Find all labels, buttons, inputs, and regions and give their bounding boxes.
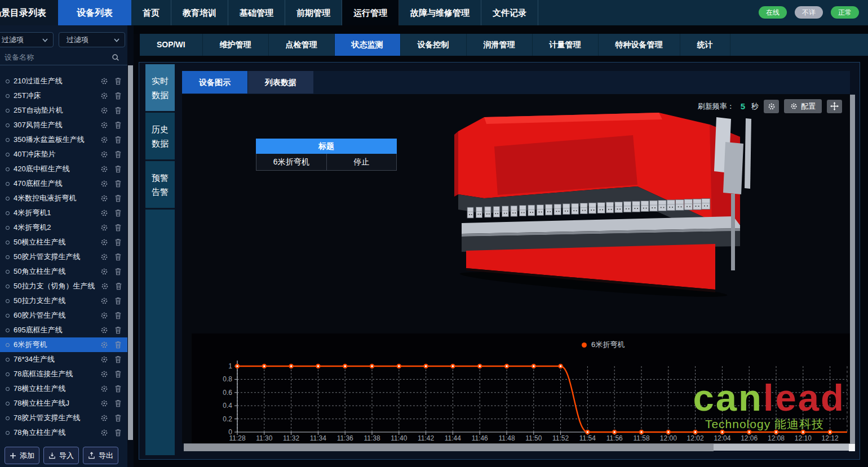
gear-icon[interactable]	[100, 326, 108, 334]
export-button[interactable]: 导出	[83, 447, 118, 464]
gear-icon[interactable]	[100, 297, 108, 305]
trash-icon[interactable]	[114, 209, 122, 217]
device-list-item[interactable]: 78底框连接生产线	[0, 367, 127, 381]
data-mode-tab[interactable]: 预警告警	[145, 161, 175, 210]
horizontal-scrollbar-thumb[interactable]	[184, 444, 714, 451]
gear-icon[interactable]	[100, 194, 108, 202]
gear-icon[interactable]	[100, 121, 108, 129]
trash-icon[interactable]	[114, 370, 122, 378]
trash-icon[interactable]	[114, 414, 122, 422]
sidebar-scrollbar-thumb[interactable]	[128, 65, 133, 440]
menu-item[interactable]: 前期管理	[285, 0, 342, 25]
gear-icon[interactable]	[100, 268, 108, 275]
menu-item[interactable]: 首页	[131, 0, 171, 25]
view-tab[interactable]: 列表数据	[248, 71, 313, 94]
module-tab[interactable]: 润滑管理	[467, 34, 533, 56]
device-list-item[interactable]: 50胶片管支撑生产线	[0, 250, 127, 264]
device-list-item[interactable]: 470底框生产线	[0, 176, 127, 191]
device-list-item[interactable]: 25T冲床	[0, 88, 127, 103]
gear-icon[interactable]	[100, 355, 108, 363]
device-list-item[interactable]: 78横立柱生产线	[0, 381, 127, 396]
module-tab[interactable]: 计量管理	[533, 34, 599, 56]
filter-select-2[interactable]: 过滤项	[59, 32, 125, 47]
gear-icon[interactable]	[100, 370, 108, 378]
trash-icon[interactable]	[114, 224, 122, 232]
horizontal-scrollbar[interactable]	[184, 443, 850, 451]
trash-icon[interactable]	[114, 121, 122, 129]
gear-icon[interactable]	[100, 399, 108, 407]
gear-icon[interactable]	[100, 165, 108, 173]
status-badge[interactable]: 不详	[795, 6, 823, 19]
status-badge[interactable]: 正常	[831, 6, 859, 19]
menu-item[interactable]: 教育培训	[171, 0, 228, 25]
gear-icon[interactable]	[100, 150, 108, 158]
gear-icon[interactable]	[100, 238, 108, 246]
trash-icon[interactable]	[114, 429, 122, 437]
trash-icon[interactable]	[114, 92, 122, 100]
device-list-item[interactable]: 78角立柱生产线	[0, 425, 127, 440]
module-tab[interactable]: SOP/WI	[140, 34, 203, 56]
module-tab[interactable]: 点检管理	[269, 34, 335, 56]
trash-icon[interactable]	[114, 136, 122, 144]
trash-icon[interactable]	[114, 106, 122, 114]
trash-icon[interactable]	[114, 326, 122, 334]
device-list-item[interactable]: 50横立柱生产线	[0, 235, 127, 250]
menu-item[interactable]: 故障与维修管理	[399, 0, 481, 25]
device-list-item[interactable]: 50拉力支（切角）生产线	[0, 279, 127, 293]
device-list-item[interactable]: 50拉力支生产线	[0, 293, 127, 308]
view-tab[interactable]: 设备图示	[182, 71, 247, 94]
device-list-item[interactable]: 76*34生产线	[0, 352, 127, 367]
sidebar-scrollbar[interactable]	[127, 25, 134, 467]
device-list-item[interactable]: 50角立柱生产线	[0, 264, 127, 279]
data-mode-tab[interactable]: 历史数据	[145, 113, 175, 161]
trash-icon[interactable]	[114, 180, 122, 188]
device-list-item[interactable]: 307风筒生产线	[0, 118, 127, 132]
menu-item[interactable]: 文件记录	[481, 0, 538, 25]
trash-icon[interactable]	[115, 282, 122, 290]
tab-scene-list[interactable]: 场景目录列表	[0, 0, 58, 25]
gear-icon[interactable]	[100, 180, 108, 188]
gear-icon[interactable]	[100, 253, 108, 261]
gear-icon[interactable]	[100, 429, 108, 437]
device-list-item[interactable]: 4米数控电液折弯机	[0, 191, 127, 206]
chart-legend[interactable]: 6米折弯机	[582, 340, 625, 350]
device-list-item[interactable]: 350播水盆盖板生产线	[0, 132, 127, 147]
module-tab[interactable]: 维护管理	[203, 34, 269, 56]
status-badge[interactable]: 在线	[759, 6, 787, 19]
menu-item[interactable]: 基础管理	[228, 0, 285, 25]
module-tab[interactable]: 状态监测	[335, 34, 401, 56]
trash-icon[interactable]	[114, 150, 122, 158]
trash-icon[interactable]	[114, 268, 122, 275]
configure-button[interactable]: 配置	[784, 99, 822, 113]
gear-icon[interactable]	[100, 136, 108, 144]
trash-icon[interactable]	[114, 253, 122, 261]
trash-icon[interactable]	[114, 77, 122, 85]
device-list-item[interactable]: 695底框生产线	[0, 323, 127, 337]
trash-icon[interactable]	[114, 355, 122, 363]
device-list-item[interactable]: 210过道生产线	[0, 74, 127, 88]
module-tab[interactable]: 统计	[680, 34, 730, 56]
filter-select-1[interactable]: 过滤项	[0, 32, 54, 47]
import-button[interactable]: 导入	[43, 447, 79, 464]
device-list-item[interactable]: 78胶片管支撑生产线	[0, 411, 127, 425]
gear-icon[interactable]	[100, 312, 108, 319]
move-button[interactable]	[827, 100, 842, 113]
refresh-settings-button[interactable]	[764, 100, 779, 113]
device-list-item[interactable]: 60胶片管生产线	[0, 308, 127, 323]
add-device-button[interactable]: 添加	[5, 447, 39, 464]
gear-icon[interactable]	[100, 92, 108, 100]
trash-icon[interactable]	[114, 297, 122, 305]
device-search-input[interactable]: 设备名称	[0, 50, 127, 65]
device-list-item[interactable]: 420底中框生产线	[0, 162, 127, 176]
vertical-scrollbar[interactable]	[850, 95, 855, 444]
device-list-item[interactable]: 78横立柱生产线J	[0, 396, 127, 411]
gear-icon[interactable]	[100, 77, 108, 85]
gear-icon[interactable]	[100, 341, 108, 349]
trash-icon[interactable]	[114, 312, 122, 319]
gear-icon[interactable]	[100, 209, 108, 217]
device-list-item[interactable]: 6米折弯机	[0, 337, 127, 352]
trash-icon[interactable]	[114, 399, 122, 407]
trash-icon[interactable]	[114, 341, 122, 349]
device-list-item[interactable]: 25T自动垫片机	[0, 103, 127, 118]
gear-icon[interactable]	[101, 282, 109, 290]
